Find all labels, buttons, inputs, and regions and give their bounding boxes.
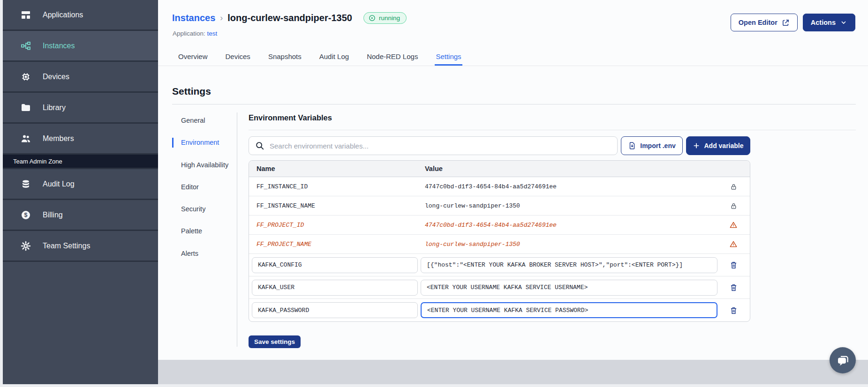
sidebar-item-team-settings[interactable]: Team Settings bbox=[3, 231, 158, 260]
sidebar-item-label: Members bbox=[43, 134, 74, 143]
svg-text:$: $ bbox=[24, 212, 28, 218]
settings-title: Settings bbox=[172, 86, 211, 97]
status-badge: running bbox=[363, 12, 407, 24]
subnav-editor[interactable]: Editor bbox=[172, 182, 236, 192]
environment-toolbar: Import .env Add variable bbox=[249, 136, 750, 155]
column-header-name: Name bbox=[249, 165, 425, 172]
trash-icon[interactable] bbox=[729, 283, 738, 292]
sidebar-item-label: Instances bbox=[43, 42, 75, 50]
chat-widget-button[interactable] bbox=[830, 347, 856, 373]
header-buttons: Open Editor Actions bbox=[731, 14, 855, 31]
subnav-palette[interactable]: Palette bbox=[172, 226, 236, 236]
table-row: FF_INSTANCE_NAME long-curlew-sandpiper-1… bbox=[249, 196, 750, 216]
env-var-value: 4747c0bd-d1f3-4654-84b4-aa5d274691ee bbox=[425, 183, 717, 190]
env-var-name-input[interactable] bbox=[252, 280, 418, 296]
breadcrumb-separator: › bbox=[220, 13, 223, 23]
add-variable-button[interactable]: Add variable bbox=[686, 136, 750, 155]
search-box bbox=[249, 136, 618, 155]
env-var-name-input[interactable] bbox=[252, 302, 418, 318]
table-row bbox=[249, 254, 750, 276]
sidebar-section-team-admin-zone: Team Admin Zone bbox=[3, 155, 158, 168]
tab-node-red-logs[interactable]: Node-RED Logs bbox=[366, 49, 419, 66]
import-file-icon bbox=[628, 141, 636, 150]
trash-icon[interactable] bbox=[729, 306, 738, 315]
env-var-name: FF_INSTANCE_ID bbox=[249, 183, 425, 190]
tab-settings[interactable]: Settings bbox=[435, 49, 462, 66]
env-var-value-input-focused[interactable] bbox=[421, 302, 717, 318]
application-line: Application: test bbox=[173, 30, 217, 37]
sidebar-item-label: Billing bbox=[43, 211, 63, 219]
sidebar-item-library[interactable]: Library bbox=[3, 93, 158, 122]
breadcrumb-instances-link[interactable]: Instances bbox=[172, 13, 215, 23]
sidebar-item-label: Team Settings bbox=[43, 242, 90, 250]
plus-icon bbox=[693, 142, 700, 149]
search-icon bbox=[255, 141, 265, 151]
play-circle-icon bbox=[369, 15, 376, 22]
import-env-label: Import .env bbox=[640, 142, 675, 149]
environment-variables-table: Name Value FF_INSTANCE_ID 4747c0bd-d1f3-… bbox=[249, 160, 750, 322]
sidebar-item-devices[interactable]: Devices bbox=[3, 62, 158, 91]
billing-icon: $ bbox=[20, 209, 31, 221]
tab-overview[interactable]: Overview bbox=[177, 49, 209, 66]
lock-icon bbox=[730, 183, 738, 191]
external-link-icon bbox=[782, 19, 790, 27]
team-settings-icon bbox=[20, 240, 31, 252]
environment-variables-title: Environment Variables bbox=[249, 112, 856, 130]
subnav-environment[interactable]: Environment bbox=[172, 138, 236, 147]
env-var-name: FF_PROJECT_ID bbox=[249, 222, 425, 229]
tab-snapshots[interactable]: Snapshots bbox=[267, 49, 302, 66]
table-header-row: Name Value bbox=[249, 161, 750, 177]
breadcrumb: Instances › long-curlew-sandpiper-1350 r… bbox=[172, 12, 407, 24]
sidebar-item-audit-log[interactable]: Audit Log bbox=[3, 169, 158, 199]
env-var-value-input[interactable] bbox=[421, 257, 717, 273]
add-variable-label: Add variable bbox=[704, 142, 743, 149]
sidebar-item-label: Applications bbox=[43, 11, 83, 19]
table-row bbox=[249, 276, 750, 299]
sidebar-item-applications[interactable]: Applications bbox=[3, 0, 158, 30]
subnav-general[interactable]: General bbox=[172, 116, 236, 125]
save-settings-button[interactable]: Save settings bbox=[249, 335, 301, 348]
sidebar-item-members[interactable]: Members bbox=[3, 124, 158, 153]
lock-icon bbox=[730, 202, 738, 210]
subnav-alerts[interactable]: Alerts bbox=[172, 249, 236, 258]
warning-icon bbox=[729, 240, 738, 248]
application-link[interactable]: test bbox=[207, 30, 218, 37]
import-env-button[interactable]: Import .env bbox=[621, 136, 683, 155]
warning-icon bbox=[729, 221, 738, 229]
tab-audit-log[interactable]: Audit Log bbox=[318, 49, 350, 66]
sidebar-item-label: Library bbox=[43, 104, 66, 112]
actions-button[interactable]: Actions bbox=[803, 14, 855, 31]
subnav-divider bbox=[237, 112, 237, 347]
library-icon bbox=[20, 102, 31, 113]
env-var-value: 4747c0bd-d1f3-4654-84b4-aa5d274691ee bbox=[425, 222, 717, 229]
audit-log-icon bbox=[20, 179, 31, 190]
devices-icon bbox=[20, 71, 31, 82]
env-var-value-input[interactable] bbox=[421, 280, 717, 296]
sidebar-item-label: Audit Log bbox=[43, 180, 75, 188]
sidebar-item-instances[interactable]: Instances bbox=[3, 31, 158, 60]
env-var-name: FF_PROJECT_NAME bbox=[249, 241, 425, 248]
search-input[interactable] bbox=[249, 136, 618, 155]
page: Applications Instances Devices Library M… bbox=[0, 0, 868, 387]
sidebar: Applications Instances Devices Library M… bbox=[3, 0, 158, 384]
trash-icon[interactable] bbox=[729, 260, 738, 269]
open-editor-label: Open Editor bbox=[739, 19, 777, 26]
tab-devices[interactable]: Devices bbox=[225, 49, 251, 66]
applications-icon bbox=[20, 9, 31, 21]
instances-icon bbox=[20, 40, 31, 52]
chevron-down-icon bbox=[840, 19, 847, 26]
open-editor-button[interactable]: Open Editor bbox=[731, 14, 798, 31]
subnav-high-availability[interactable]: High Availability bbox=[172, 160, 236, 170]
env-var-value: long-curlew-sandpiper-1350 bbox=[425, 241, 717, 248]
main-content: Instances › long-curlew-sandpiper-1350 r… bbox=[158, 0, 868, 360]
bottom-band bbox=[158, 360, 868, 384]
table-row: FF_PROJECT_NAME long-curlew-sandpiper-13… bbox=[249, 235, 750, 254]
page-title: long-curlew-sandpiper-1350 bbox=[227, 13, 352, 23]
table-row bbox=[249, 299, 750, 321]
env-var-name-input[interactable] bbox=[252, 257, 418, 273]
subnav-security[interactable]: Security bbox=[172, 204, 236, 214]
sidebar-item-billing[interactable]: $ Billing bbox=[3, 200, 158, 230]
members-icon bbox=[20, 133, 31, 144]
environment-section: Environment Variables Import .env Add va… bbox=[249, 112, 856, 348]
sidebar-item-label: Devices bbox=[43, 73, 69, 81]
